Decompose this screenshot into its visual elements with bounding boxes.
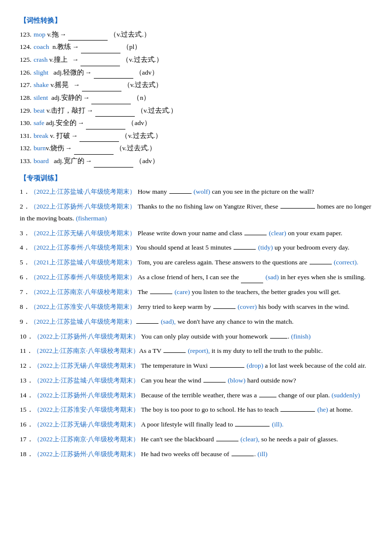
item-word-124: coach — [34, 41, 49, 53]
practice-item-2: 2．（2022上·江苏扬州·八年级统考期末） Thanks to the no … — [20, 201, 372, 224]
practice-num-5: 5． — [20, 258, 30, 266]
hint-129: （v.过去式.） — [137, 105, 178, 117]
practice-source-14: （2022上·江苏扬州·八年级统考期末） — [34, 391, 140, 399]
practice-source-3: （2022上·江苏无锡·八年级统考期末） — [30, 229, 136, 237]
practice-item-14: 14．（2022上·江苏扬州·八年级统考期末） Because of the t… — [20, 389, 372, 401]
practice-source-18: （2022上·江苏扬州·八年级统考期末） — [34, 450, 140, 458]
practice-text-9: (sad), we don't have any chance to win t… — [136, 318, 293, 325]
practice-num-11: 11． — [20, 347, 33, 354]
practice-text-7: The (care) you listen to the teachers, t… — [136, 288, 340, 296]
practice-num-17: 17． — [20, 435, 34, 443]
blank-128 — [91, 92, 131, 104]
item-cn-129: v.击打，敲打 — [45, 105, 86, 117]
practice-source-17: （2022上·江苏南京·八年级校考期末） — [34, 435, 140, 443]
item-num-125: 125. — [20, 54, 34, 66]
arrow-131: → — [71, 130, 78, 142]
practice-text-14: Because of the terrible weather, there w… — [139, 391, 360, 399]
item-num-124: 124. — [20, 41, 34, 53]
blank-124 — [81, 41, 120, 53]
arrow-133: → — [85, 155, 92, 167]
practice-item-8: 8．（2022上·江苏淮安·八年级统考期末） Jerry tried to ke… — [20, 301, 372, 313]
practice-text-3: Please write down your name and class (c… — [136, 229, 342, 237]
item-word-132: burn — [34, 142, 46, 154]
practice-num-18: 18． — [20, 450, 34, 458]
transform-item-132: 132. burn v.烧伤 → （v.过去式.） — [20, 142, 372, 155]
item-num-129: 129. — [20, 105, 34, 117]
hint-132: （v.过去式.） — [116, 142, 157, 154]
practice-item-17: 17．（2022上·江苏南京·八年级校考期末） He can't see the… — [20, 433, 372, 445]
item-word-127: shake — [34, 79, 49, 91]
item-num-127: 127. — [20, 79, 34, 91]
practice-num-6: 6． — [20, 273, 30, 281]
practice-item-6: 6．（2022上·江苏泰州·八年级统考期末） As a close friend… — [20, 271, 372, 284]
blank-132 — [74, 142, 114, 155]
practice-source-4: （2022上·江苏泰州·八年级统考期末） — [30, 244, 136, 251]
practice-text-4: You should spend at least 5 minutes (tid… — [136, 244, 349, 251]
hint-126: （adv） — [135, 67, 159, 79]
transform-item-130: 130. safe adj.安全的 → （adv） — [20, 117, 372, 129]
practice-item-5: 5．（2021上·江苏盐城·八年级统考期末） Tom, you are care… — [20, 256, 372, 268]
practice-source-12: （2022上·江苏无锡·八年级统考期末） — [34, 362, 140, 369]
practice-text-1: How many (wolf) can you see in the pictu… — [136, 188, 314, 195]
blank-126 — [94, 67, 133, 79]
item-num-132: 132. — [20, 142, 34, 154]
item-cn-133: adj.宽广的 — [49, 155, 84, 167]
arrow-124: → — [72, 41, 79, 53]
item-cn-132: v.烧伤 — [46, 142, 64, 154]
transform-item-129: 129. beat v.击打，敲打 → （v.过去式.） — [20, 105, 372, 117]
practice-num-15: 15． — [20, 406, 34, 413]
arrow-123: → — [60, 29, 67, 41]
word-transform-title: 【词性转换】 — [20, 15, 372, 27]
blank-127 — [82, 79, 121, 91]
item-cn-125: v.撞上 — [47, 54, 71, 66]
hint-125: （v.过去式.） — [122, 54, 163, 66]
practice-source-11: （2022上·江苏南京·八年级校考期末） — [33, 347, 139, 354]
transform-item-133: 133. board adj.宽广的 → （adv） — [20, 155, 372, 168]
item-word-125: crash — [34, 54, 47, 66]
arrow-129: → — [86, 105, 93, 117]
practice-num-12: 12． — [20, 362, 34, 369]
practice-text-17: He can't see the blackboard (clear), so … — [139, 435, 338, 443]
practice-source-8: （2022上·江苏淮安·八年级统考期末） — [30, 303, 136, 310]
practice-num-8: 8． — [20, 303, 30, 310]
hint-130: （adv） — [127, 117, 151, 129]
practice-item-11: 11．（2022上·江苏南京·八年级校考期末）As a TV (report),… — [20, 345, 372, 357]
transform-item-131: 131. break v. 打破 → （v.过去式.） — [20, 130, 372, 142]
arrow-132: → — [65, 142, 72, 154]
item-cn-124: n.教练 — [49, 41, 71, 53]
blank-123 — [68, 29, 108, 41]
item-word-130: safe — [34, 117, 44, 129]
item-cn-123: v.拖 — [45, 29, 59, 41]
practice-source-10: （2022上·江苏扬州·八年级统考期末） — [34, 333, 140, 340]
practice-text-8: Jerry tried to keep warm by (cover) his … — [136, 303, 349, 310]
practice-item-1: 1．（2022上·江苏盐城·八年级统考期末） How many (wolf) c… — [20, 186, 372, 198]
practice-num-2: 2． — [20, 203, 30, 210]
practice-text-10: You can only play outside with your home… — [139, 333, 311, 340]
practice-source-6: （2022上·江苏泰州·八年级统考期末） — [30, 273, 136, 281]
transform-item-126: 126. slight adj.轻微的 → （adv） — [20, 67, 372, 79]
practice-item-18: 18．（2022上·江苏扬州·八年级统考期末） He had two weeks… — [20, 448, 372, 460]
blank-130 — [86, 117, 125, 129]
practice-item-12: 12．（2022上·江苏无锡·八年级统考期末） The temperature … — [20, 360, 372, 372]
arrow-126: → — [85, 67, 92, 79]
item-num-133: 133. — [20, 155, 34, 167]
transform-item-128: 128. silent adj.安静的 → （n） — [20, 92, 372, 104]
transform-item-124: 124. coach n.教练 → （pl） — [20, 41, 372, 53]
item-num-126: 126. — [20, 67, 34, 79]
practice-num-16: 16． — [20, 421, 34, 428]
transform-item-127: 127. shake v.摇晃 → （v.过去式） — [20, 79, 372, 91]
practice-num-7: 7． — [20, 288, 30, 296]
practice-item-15: 15．（2022上·江苏淮安·八年级统考期末） The boy is too p… — [20, 404, 372, 416]
practice-num-13: 13． — [20, 377, 34, 384]
hint-133: （adv） — [135, 155, 159, 167]
practice-source-16: （2022上·江苏无锡·八年级统考期末） — [34, 421, 140, 428]
practice-section: 【专项训练】 1．（2022上·江苏盐城·八年级统考期末） How many (… — [20, 172, 372, 460]
item-cn-126: adj.轻微的 — [48, 67, 84, 79]
hint-127: （v.过去式） — [123, 79, 162, 91]
arrow-127: → — [73, 79, 80, 91]
hint-123: （v.过去式.） — [110, 29, 151, 41]
item-word-133: board — [34, 155, 49, 167]
practice-text-5: Tom, you are careless again. These answe… — [136, 258, 358, 266]
practice-text-11: As a TV (report), it is my duty to tell … — [139, 347, 323, 354]
practice-num-14: 14． — [20, 391, 34, 399]
